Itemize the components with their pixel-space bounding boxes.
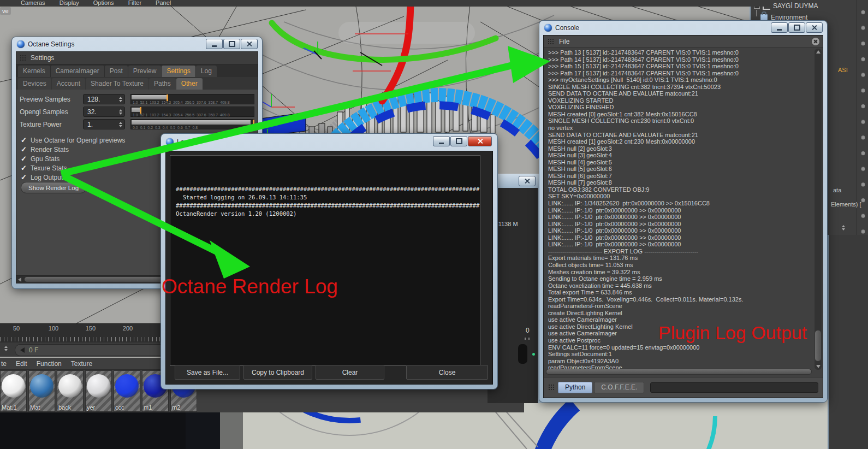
scroll-down-icon[interactable] (816, 365, 821, 368)
script-language-tab[interactable]: C.O.F.F.E.E. (594, 382, 644, 393)
console-vscrollbar[interactable] (815, 49, 822, 370)
console-log-line: MESH created [1] geoSlot:2 cnt:230 Mesh:… (548, 138, 814, 145)
preview-samples-input[interactable]: 128. (83, 94, 125, 104)
minimize-button[interactable] (771, 22, 788, 33)
opengl-samples-slider[interactable]: 1.0 52.1 103.2 154.3 205.4 256.5 307.6 3… (130, 107, 254, 117)
stepper-control[interactable] (842, 225, 845, 231)
material-name[interactable]: back (58, 404, 71, 411)
texture-power-slider[interactable]: 0.0 0.1 0.2 0.3 0.4 0.5 0.6 0.7 0.8 (130, 119, 254, 129)
close-log-button[interactable]: Close (406, 365, 488, 380)
scroll-up-icon[interactable] (816, 50, 821, 54)
slider-marker[interactable] (253, 120, 254, 126)
material-menu-item[interactable]: te (1, 360, 7, 368)
script-input-field[interactable] (650, 382, 818, 393)
maximize-button[interactable] (223, 39, 240, 49)
log-line: ########################################… (176, 185, 474, 193)
panel-grip[interactable] (548, 384, 555, 391)
scroll-left-icon[interactable] (18, 277, 21, 282)
preview-samples-slider[interactable]: 1.0 52.1 103.2 154.3 205.4 256.5 307.6 3… (130, 94, 254, 104)
close-button[interactable] (519, 176, 536, 186)
close-button[interactable] (468, 136, 492, 146)
material-thumbnail[interactable]: ccc (114, 370, 140, 412)
spinner-icon[interactable] (119, 122, 122, 127)
material-thumbnail[interactable]: yer (85, 370, 112, 412)
console-menu-row: File (544, 36, 823, 48)
console-log-line: >>> Path 14 [ 5137] id:-2147483647 CPARE… (548, 56, 814, 63)
save-as-file-button[interactable]: Save as File... (175, 365, 240, 380)
show-render-log-button[interactable]: Show Render Log (21, 182, 86, 193)
console-hscrollbar[interactable] (546, 369, 812, 375)
current-frame-value: 0 F (29, 346, 38, 354)
panel-close-icon[interactable] (812, 38, 819, 45)
material-name[interactable]: m1 (144, 404, 152, 411)
close-icon (246, 41, 252, 47)
settings-tab[interactable]: Post (105, 66, 128, 77)
settings-tab[interactable]: CameraImager (51, 66, 104, 77)
settings-subtab[interactable]: Account (52, 78, 85, 90)
settings-tab[interactable]: Preview (128, 66, 162, 77)
material-sphere-icon (30, 374, 53, 398)
copy-to-clipboard-button[interactable]: Copy to Clipboard (243, 365, 312, 380)
settings-tab[interactable]: Kernels (18, 66, 50, 77)
material-menu-item[interactable]: Edit (16, 360, 27, 368)
settings-subtab[interactable]: Other (176, 78, 203, 90)
material-menu-item[interactable]: Texture (71, 360, 92, 368)
viewport-menu-item[interactable]: Panel (156, 0, 171, 7)
render-log-text[interactable]: ########################################… (170, 155, 480, 366)
console-log-line: Settings setDocument:1 (548, 351, 814, 358)
material-thumbnail[interactable]: Mat.1 (0, 370, 27, 412)
close-button[interactable] (806, 22, 823, 33)
settings-tab[interactable]: Settings (162, 66, 195, 77)
maximize-button[interactable] (788, 22, 805, 33)
material-thumbnail[interactable]: Mat (28, 370, 55, 412)
spin-down-icon[interactable] (4, 349, 8, 351)
viewport-menu-item[interactable]: Display (60, 0, 79, 7)
material-name[interactable]: yer (87, 404, 95, 411)
console-log-line: Sending to Octane engine time = 2.959 ms (548, 275, 814, 282)
material-menu-item[interactable]: Function (37, 360, 62, 368)
panel-grip[interactable] (548, 38, 555, 45)
material-name[interactable]: Mat.1 (2, 404, 17, 411)
object-item-label[interactable]: SAYGİ DUYMA (773, 2, 818, 10)
viewport-menu-item[interactable]: Options (93, 0, 114, 7)
frame-stepper[interactable] (4, 346, 8, 351)
minimize-button[interactable] (206, 39, 223, 49)
viewport-menu-item[interactable]: Filter (128, 0, 141, 7)
file-menu-item[interactable]: File (559, 38, 569, 45)
minimize-button[interactable] (433, 136, 450, 146)
settings-tab[interactable]: Log (196, 66, 217, 77)
close-button[interactable] (241, 39, 258, 49)
partial-orange-text: ASI (838, 67, 848, 73)
control-knob[interactable] (518, 344, 527, 364)
script-tabs: PythonC.O.F.F.E.E. (558, 382, 644, 393)
spinner-icon[interactable] (119, 109, 122, 115)
panel-grip[interactable] (20, 55, 27, 61)
console-log-line: Total export Time = 633.846 ms (548, 289, 814, 296)
settings-subtab[interactable]: Paths (149, 78, 176, 90)
object-item-label[interactable]: Environment (771, 14, 807, 21)
spin-down-icon[interactable] (842, 228, 845, 231)
spinner-icon[interactable] (119, 97, 122, 102)
close-icon (811, 25, 817, 31)
clear-button[interactable]: Clear (316, 365, 384, 380)
spin-up-icon[interactable] (842, 225, 845, 227)
scrollbar-thumb[interactable] (546, 369, 811, 374)
scrollbar-thumb[interactable] (815, 330, 821, 361)
texture-power-input[interactable]: 1. (83, 119, 125, 129)
opengl-samples-input[interactable]: 32. (83, 107, 125, 117)
settings-subtab[interactable]: Shader To Texture (86, 78, 148, 90)
viewport-menubar: CamerasDisplayOptionsFilterPanel (0, 0, 770, 7)
material-name[interactable]: m2 (172, 404, 180, 411)
maximize-button[interactable] (450, 136, 467, 146)
settings-menu-item[interactable]: Settings (31, 54, 54, 62)
window-controls (771, 22, 823, 33)
viewport-menu-item[interactable]: Cameras (21, 0, 45, 7)
material-name[interactable]: Mat (30, 404, 40, 411)
maximize-icon (456, 138, 462, 144)
material-thumbnail[interactable]: back (57, 370, 84, 412)
material-name[interactable]: ccc (115, 404, 124, 411)
spin-up-icon[interactable] (4, 346, 8, 348)
window-title: Octane Settings (28, 40, 74, 48)
script-language-tab[interactable]: Python (558, 382, 592, 393)
settings-subtab[interactable]: Devices (18, 78, 51, 90)
